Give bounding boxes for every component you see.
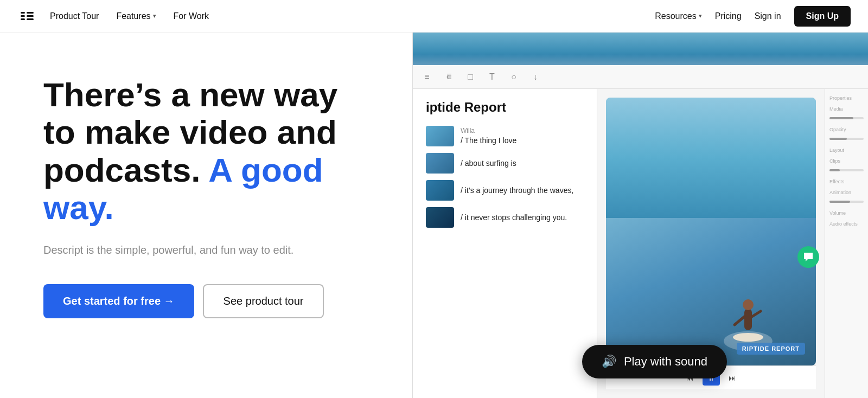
svg-point-11 bbox=[733, 333, 763, 342]
hero-subtext: Descript is the simple, powerful, and fu… bbox=[43, 242, 358, 258]
grid-icon[interactable]: ⋷ bbox=[443, 72, 454, 82]
transcript-items: Willa / The thing I love / about surfing… bbox=[426, 126, 584, 228]
prop-layout: Layout bbox=[829, 147, 864, 153]
properties-panel: Properties Media Opacity Layout Clips Ef… bbox=[825, 89, 868, 398]
svg-rect-7 bbox=[744, 309, 752, 330]
image-icon[interactable]: □ bbox=[465, 72, 476, 82]
prop-volume: Volume bbox=[829, 210, 864, 216]
transcript-speaker: Willa bbox=[461, 127, 516, 134]
features-chevron-icon: ▾ bbox=[153, 12, 156, 20]
svg-point-8 bbox=[743, 299, 754, 310]
riptide-badge: RIPTIDE REPORT bbox=[737, 343, 805, 355]
signup-button[interactable]: Sign Up bbox=[794, 6, 851, 27]
prop-properties: Properties bbox=[829, 95, 864, 101]
app-window: ≡ ⋷ □ T ○ ↓ iptide Report bbox=[412, 33, 868, 398]
svg-line-10 bbox=[752, 311, 761, 317]
hero-cta-group: Get started for free → See product tour bbox=[43, 284, 369, 318]
navbar: Product Tour Features ▾ For Work Resourc… bbox=[0, 0, 868, 33]
svg-line-9 bbox=[735, 317, 744, 325]
transcript-line-1: / The thing I love bbox=[461, 136, 516, 145]
play-sound-label: Play with sound bbox=[624, 355, 707, 369]
transcript-thumb-4 bbox=[426, 207, 454, 228]
nav-left-links: Product Tour Features ▾ For Work bbox=[50, 11, 209, 21]
hero-heading: There’s a new way to make video and podc… bbox=[43, 76, 369, 227]
main-content: There’s a new way to make video and podc… bbox=[0, 33, 868, 398]
transcript-line-2: / about surfing is bbox=[461, 158, 516, 168]
transcript-title: iptide Report bbox=[426, 100, 584, 115]
transcript-line-4: / it never stops challenging you. bbox=[461, 213, 567, 222]
text-icon[interactable]: T bbox=[487, 72, 497, 82]
prop-volume-bar[interactable] bbox=[829, 201, 864, 203]
prop-media: Media bbox=[829, 106, 864, 112]
get-started-button[interactable]: Get started for free → bbox=[43, 284, 194, 318]
prop-opacity-bar[interactable] bbox=[829, 117, 864, 119]
transcript-thumb-3 bbox=[426, 180, 454, 201]
list-item: Willa / The thing I love bbox=[426, 126, 584, 146]
video-wave-bg bbox=[606, 98, 816, 218]
nav-for-work[interactable]: For Work bbox=[174, 11, 209, 21]
nav-features[interactable]: Features ▾ bbox=[116, 11, 156, 21]
prop-audio-effects: Audio effects bbox=[829, 221, 864, 227]
svg-rect-1 bbox=[21, 15, 25, 17]
prop-layout-bar[interactable] bbox=[829, 138, 864, 140]
video-preview: RIPTIDE REPORT bbox=[606, 98, 816, 365]
play-with-sound-overlay[interactable]: 🔊 Play with sound bbox=[582, 345, 727, 378]
transcript-thumb-2 bbox=[426, 153, 454, 174]
nav-product-tour[interactable]: Product Tour bbox=[50, 11, 99, 21]
nav-pricing[interactable]: Pricing bbox=[715, 11, 742, 21]
list-item: / about surfing is bbox=[426, 153, 584, 174]
nav-resources[interactable]: Resources ▾ bbox=[655, 11, 701, 21]
prop-animation: Animation bbox=[829, 190, 864, 195]
transcript-thumb-1 bbox=[426, 126, 454, 146]
list-item: / it never stops challenging you. bbox=[426, 207, 584, 228]
svg-rect-3 bbox=[27, 12, 34, 14]
transcript-line-3: / it’s a journey through the waves, bbox=[461, 185, 573, 195]
app-toolbar: ≡ ⋷ □ T ○ ↓ bbox=[413, 65, 868, 89]
svg-rect-2 bbox=[21, 18, 25, 20]
svg-rect-0 bbox=[21, 12, 25, 14]
menu-icon[interactable]: ≡ bbox=[422, 72, 432, 82]
svg-rect-4 bbox=[27, 15, 34, 17]
prop-clips: Clips bbox=[829, 158, 864, 164]
transcript-panel: iptide Report Willa / The thing I love bbox=[413, 89, 597, 398]
hero-section: There’s a new way to make video and podc… bbox=[0, 33, 412, 398]
prop-opacity: Opacity bbox=[829, 127, 864, 132]
resources-chevron-icon: ▾ bbox=[699, 12, 702, 20]
wave-image-strip bbox=[413, 33, 868, 65]
svg-rect-5 bbox=[27, 18, 34, 20]
nav-right-links: Resources ▾ Pricing Sign in Sign Up bbox=[655, 6, 851, 27]
next-icon[interactable]: ⏭ bbox=[729, 374, 736, 382]
list-item: / it’s a journey through the waves, bbox=[426, 180, 584, 201]
chat-bubble[interactable] bbox=[797, 246, 819, 268]
shape-icon[interactable]: ○ bbox=[508, 72, 519, 82]
nav-signin[interactable]: Sign in bbox=[755, 11, 781, 21]
logo[interactable] bbox=[17, 7, 37, 26]
prop-border-bar[interactable] bbox=[829, 169, 864, 171]
sound-icon: 🔊 bbox=[602, 355, 616, 369]
prop-effects: Effects bbox=[829, 179, 864, 184]
see-product-tour-button[interactable]: See product tour bbox=[203, 284, 324, 318]
mic-icon[interactable]: ↓ bbox=[530, 72, 541, 82]
app-preview: ≡ ⋷ □ T ○ ↓ iptide Report bbox=[412, 33, 868, 398]
